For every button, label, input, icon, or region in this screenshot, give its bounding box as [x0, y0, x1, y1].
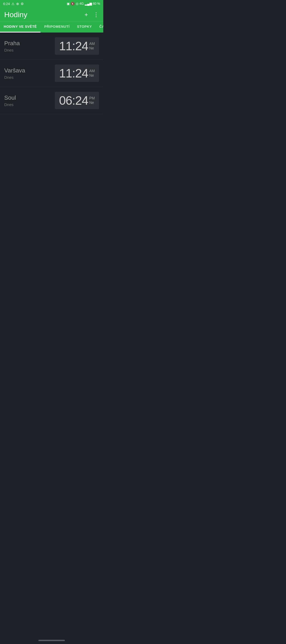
wifi-icon: ◎: [76, 2, 78, 6]
app-title: Hodiny: [4, 11, 27, 19]
clock-info-praha: Praha Dnes: [4, 40, 20, 52]
clock-ampm-day-praha: AM Ne: [89, 40, 95, 50]
battery-label: 60 %: [93, 2, 100, 6]
tab-reminders[interactable]: PŘIPOMENUTÍ: [41, 21, 73, 33]
tab-timer[interactable]: ČA: [96, 21, 103, 33]
city-name-varsava: Varšava: [4, 67, 25, 74]
header-actions: + ⋮: [84, 11, 99, 18]
status-bar: 6:24 ⚠ ⊕ ⚙ ▣ 🔇 ◎ 4G ▂▄▆ 60 %: [0, 0, 103, 7]
alert-icon: ⚠: [11, 2, 15, 6]
clock-dayabbr-praha: Ne: [89, 46, 94, 50]
city-name-soul: Soul: [4, 94, 16, 101]
add-button[interactable]: +: [84, 11, 88, 18]
clock-item-soul[interactable]: Soul Dnes 06:24 PM Ne: [0, 87, 103, 114]
clock-info-varsava: Varšava Dnes: [4, 67, 25, 80]
clock-time-soul: 06:24: [59, 94, 88, 107]
clock-item-varsava[interactable]: Varšava Dnes 11:24 AM Ne: [0, 60, 103, 87]
clock-dayabbr-soul: Ne: [89, 100, 94, 105]
settings-icon: ⚙: [21, 2, 24, 6]
clock-ampm-day-soul: PM Ne: [89, 94, 95, 105]
day-label-soul: Dnes: [4, 102, 16, 107]
tab-world-clocks[interactable]: HODINY VE SVĚTĚ: [0, 21, 41, 33]
clock-display-soul: 06:24 PM Ne: [55, 92, 99, 109]
world-clocks-list: Praha Dnes 11:24 AM Ne Varšava Dnes 11:2…: [0, 33, 103, 114]
status-time: 6:24: [3, 2, 10, 6]
city-name-praha: Praha: [4, 40, 20, 47]
tab-stopwatch[interactable]: STOPKY: [73, 21, 96, 33]
clock-display-varsava: 11:24 AM Ne: [55, 65, 99, 82]
day-label-praha: Dnes: [4, 48, 20, 52]
day-label-varsava: Dnes: [4, 75, 25, 80]
squircle-icon: ▣: [67, 2, 70, 6]
mute-icon: 🔇: [71, 2, 75, 6]
network-icon: 4G: [79, 2, 84, 6]
location-icon: ⊕: [16, 2, 19, 6]
tabs-bar: HODINY VE SVĚTĚ PŘIPOMENUTÍ STOPKY ČA: [0, 21, 103, 33]
clock-ampm-soul: PM: [89, 96, 95, 100]
clock-ampm-praha: AM: [89, 42, 95, 46]
app-header: Hodiny + ⋮: [0, 7, 103, 21]
clock-dayabbr-varsava: Ne: [89, 73, 94, 78]
status-left: 6:24 ⚠ ⊕ ⚙: [3, 2, 24, 6]
clock-info-soul: Soul Dnes: [4, 94, 16, 107]
menu-button[interactable]: ⋮: [93, 11, 99, 18]
clock-time-varsava: 11:24: [59, 67, 88, 79]
clock-ampm-day-varsava: AM Ne: [89, 67, 95, 78]
clock-ampm-varsava: AM: [89, 69, 95, 73]
clock-item-praha[interactable]: Praha Dnes 11:24 AM Ne: [0, 33, 103, 60]
clock-time-praha: 11:24: [59, 40, 88, 52]
clock-display-praha: 11:24 AM Ne: [55, 37, 99, 55]
status-right: ▣ 🔇 ◎ 4G ▂▄▆ 60 %: [67, 2, 100, 6]
signal-icon: ▂▄▆: [85, 2, 92, 6]
